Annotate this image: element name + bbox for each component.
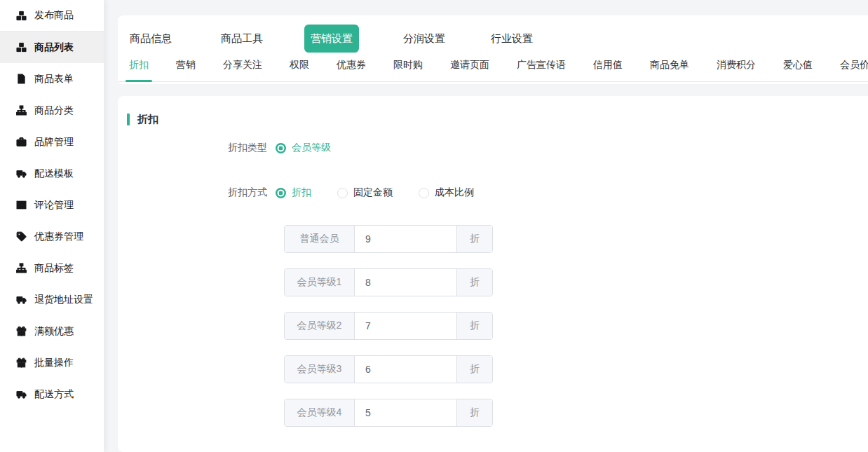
sub-tab-bar: 折扣营销分享关注权限优惠券限时购邀请页面广告宣传语信用值商品免单消费积分爱心值会…	[118, 59, 868, 82]
main-tab-bar: 商品信息商品工具营销设置分润设置行业设置	[130, 25, 868, 53]
radio-icon[interactable]	[419, 188, 429, 198]
member-level-label: 会员等级3	[285, 356, 355, 383]
sub-tab[interactable]: 优惠券	[337, 59, 366, 81]
section-header: 折扣	[118, 96, 868, 126]
columns-icon	[15, 200, 27, 211]
discount-value-input[interactable]	[355, 226, 456, 252]
sub-tab[interactable]: 信用值	[593, 59, 623, 81]
sidebar-item-label: 品牌管理	[34, 136, 74, 149]
sidebar-item[interactable]: 退货地址设置	[0, 284, 104, 315]
sidebar-item[interactable]: 商品分类	[0, 95, 104, 126]
sub-tab[interactable]: 权限	[290, 59, 309, 81]
sidebar-item[interactable]: 配送方式	[0, 378, 104, 410]
discount-input-group: 会员等级4折	[284, 399, 493, 427]
main-tab[interactable]: 商品工具	[221, 32, 263, 46]
sidebar-item-label: 商品表单	[34, 73, 74, 85]
sidebar-item-label: 满额优惠	[34, 325, 74, 338]
sidebar-item[interactable]: 发布商品	[0, 0, 104, 32]
discount-value-input[interactable]	[355, 313, 456, 339]
radio-option[interactable]: 折扣	[276, 186, 311, 199]
gift-icon	[15, 326, 27, 337]
discount-input-group: 会员等级2折	[284, 312, 493, 340]
member-level-label: 会员等级2	[285, 313, 355, 339]
discount-input-group: 会员等级1折	[284, 268, 493, 296]
sitemap-icon	[15, 263, 27, 274]
sub-tab[interactable]: 限时购	[393, 59, 423, 81]
file-excel-icon	[15, 74, 27, 85]
content-card: 折扣 折扣类型会员等级折扣方式折扣固定金额成本比例 普通会员折会员等级1折会员等…	[118, 96, 868, 452]
main-tab[interactable]: 行业设置	[491, 32, 533, 46]
sidebar-item[interactable]: 优惠券管理	[0, 221, 104, 252]
sub-tab[interactable]: 广告宣传语	[517, 59, 566, 81]
cubes-icon	[15, 42, 27, 53]
radio-option-label: 成本比例	[435, 186, 474, 199]
discount-value-input[interactable]	[355, 269, 456, 296]
sidebar-item[interactable]: 商品表单	[0, 63, 104, 95]
sidebar-item-label: 退货地址设置	[34, 294, 93, 306]
sub-tab[interactable]: 营销	[176, 59, 196, 81]
discount-input-group: 会员等级3折	[284, 355, 493, 383]
sub-tab[interactable]: 分享关注	[223, 59, 262, 81]
sidebar-item[interactable]: 品牌管理	[0, 126, 104, 158]
sidebar-item[interactable]: 满额优惠	[0, 315, 104, 347]
discount-level-list: 普通会员折会员等级1折会员等级2折会员等级3折会员等级4折	[284, 225, 868, 427]
discount-unit-label: 折	[456, 399, 492, 426]
radio-icon[interactable]	[276, 143, 286, 153]
sidebar-item-label: 配送方式	[34, 388, 74, 401]
sub-tab[interactable]: 邀请页面	[450, 59, 489, 81]
discount-value-input[interactable]	[355, 399, 456, 426]
sub-tab[interactable]: 爱心值	[783, 59, 813, 81]
tag-icon	[15, 231, 27, 242]
sidebar-item-label: 商品分类	[34, 104, 74, 117]
member-level-label: 会员等级1	[285, 269, 355, 296]
sidebar-item-label: 优惠券管理	[34, 231, 83, 243]
sidebar-item-label: 配送模板	[34, 167, 74, 180]
form-field-label: 折扣方式	[118, 186, 276, 199]
radio-option[interactable]: 会员等级	[276, 142, 331, 154]
radio-option-label: 固定金额	[353, 186, 393, 199]
discount-value-input[interactable]	[355, 356, 456, 383]
section-title: 折扣	[137, 113, 158, 126]
sidebar-item[interactable]: 商品列表	[0, 32, 104, 63]
discount-input-group: 普通会员折	[284, 225, 493, 253]
sub-tab[interactable]: 商品免单	[650, 59, 689, 81]
sidebar-item-label: 商品列表	[34, 41, 74, 54]
discount-form: 折扣类型会员等级折扣方式折扣固定金额成本比例	[118, 142, 868, 199]
member-level-label: 普通会员	[285, 226, 355, 252]
tabs-card: 商品信息商品工具营销设置分润设置行业设置 折扣营销分享关注权限优惠券限时购邀请页…	[118, 15, 868, 84]
radio-option[interactable]: 成本比例	[419, 186, 474, 199]
radio-icon[interactable]	[337, 188, 348, 198]
radio-icon[interactable]	[276, 188, 286, 198]
form-field-label: 折扣类型	[118, 142, 276, 154]
sidebar-item-label: 批量操作	[34, 357, 74, 369]
main-tab[interactable]: 分润设置	[403, 32, 445, 46]
main-tab[interactable]: 商品信息	[130, 32, 172, 46]
cubes-icon	[15, 10, 27, 21]
sidebar-item-label: 商品标签	[34, 262, 74, 275]
main-tab[interactable]: 营销设置	[304, 25, 359, 53]
sidebar-item[interactable]: 批量操作	[0, 347, 104, 378]
sidebar-item-label: 发布商品	[34, 9, 74, 22]
sidebar-item[interactable]: 评论管理	[0, 189, 104, 221]
radio-option-label: 会员等级	[292, 142, 331, 154]
discount-unit-label: 折	[456, 313, 492, 339]
form-row: 折扣类型会员等级	[118, 142, 868, 154]
truck-icon	[15, 168, 27, 179]
sidebar-item[interactable]: 配送模板	[0, 158, 104, 189]
main-area: 商品信息商品工具营销设置分润设置行业设置 折扣营销分享关注权限优惠券限时购邀请页…	[104, 0, 868, 452]
member-level-label: 会员等级4	[285, 399, 355, 426]
sub-tab[interactable]: 折扣	[129, 59, 149, 81]
sidebar: 发布商品商品列表商品表单商品分类品牌管理配送模板评论管理优惠券管理商品标签退货地…	[0, 0, 104, 452]
sidebar-item[interactable]: 商品标签	[0, 252, 104, 284]
truck-icon	[15, 389, 27, 400]
sub-tab[interactable]: 会员价	[840, 59, 868, 81]
sitemap-icon	[15, 105, 27, 116]
form-row: 折扣方式折扣固定金额成本比例	[118, 186, 868, 199]
radio-option[interactable]: 固定金额	[337, 186, 393, 199]
sub-tab[interactable]: 消费积分	[717, 59, 756, 81]
section-accent-bar	[127, 114, 130, 125]
discount-unit-label: 折	[456, 356, 492, 383]
truck-icon	[15, 294, 27, 306]
sidebar-item-label: 评论管理	[34, 199, 74, 212]
gift-icon	[15, 357, 27, 369]
